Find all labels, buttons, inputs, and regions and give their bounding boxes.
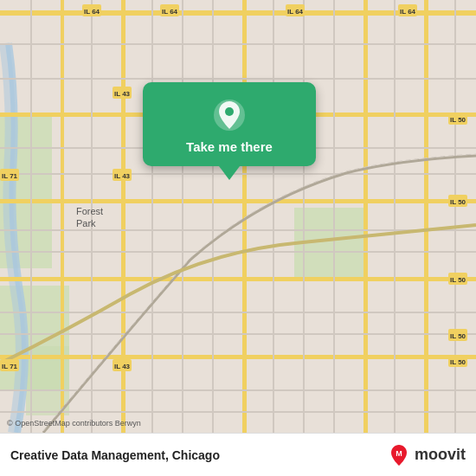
svg-text:IL 71: IL 71 [2,172,18,180]
svg-text:IL 43: IL 43 [114,90,131,98]
svg-text:IL 50: IL 50 [450,358,466,366]
svg-text:IL 50: IL 50 [450,276,466,284]
svg-text:IL 64: IL 64 [84,8,100,16]
svg-rect-12 [363,0,368,433]
svg-rect-31 [303,0,305,433]
svg-point-67 [225,107,234,116]
svg-rect-22 [0,333,476,335]
bottom-bar: Creative Data Management, Chicago M moov… [0,433,476,476]
svg-rect-28 [182,0,183,433]
svg-rect-26 [91,0,93,433]
moovit-icon: M [387,443,411,467]
location-pin-icon [212,98,247,132]
map-container: IL 64 IL 64 IL 64 IL 64 IL 43 IL 43 IL 4… [0,0,476,433]
svg-rect-32 [333,0,335,433]
svg-rect-30 [273,0,274,433]
svg-rect-23 [0,389,476,391]
svg-rect-9 [0,355,476,359]
svg-rect-8 [0,277,476,281]
svg-rect-24 [0,411,476,413]
svg-text:© OpenStreetMap contributors  : © OpenStreetMap contributors Berwyn [7,419,141,428]
moovit-logo: M moovit [387,443,466,467]
svg-rect-0 [0,0,476,433]
svg-text:IL 50: IL 50 [450,116,466,124]
svg-rect-27 [151,0,153,433]
svg-rect-14 [61,0,64,433]
svg-rect-29 [212,0,214,433]
svg-text:IL 43: IL 43 [114,172,131,180]
map-popup[interactable]: Take me there [143,82,316,166]
popup-label: Take me there [186,139,273,154]
svg-text:IL 64: IL 64 [162,8,178,16]
svg-rect-7 [0,199,476,203]
svg-text:Forest: Forest [76,206,103,216]
svg-rect-33 [394,0,396,433]
svg-rect-34 [454,0,456,433]
place-name: Creative Data Management, Chicago [10,448,220,462]
svg-text:IL 43: IL 43 [114,363,131,370]
svg-rect-15 [0,43,476,45]
svg-text:IL 50: IL 50 [450,332,466,340]
svg-text:IL 64: IL 64 [400,8,416,16]
svg-rect-25 [30,0,32,433]
moovit-text: moovit [415,446,466,464]
svg-rect-13 [424,0,428,433]
svg-rect-16 [0,78,476,80]
svg-text:IL 50: IL 50 [450,198,466,206]
svg-text:Park: Park [76,218,96,228]
bottom-left-info: Creative Data Management, Chicago [10,448,220,462]
svg-text:IL 71: IL 71 [2,363,18,370]
svg-text:IL 64: IL 64 [287,8,304,16]
svg-rect-21 [0,312,476,313]
svg-text:M: M [396,449,402,458]
